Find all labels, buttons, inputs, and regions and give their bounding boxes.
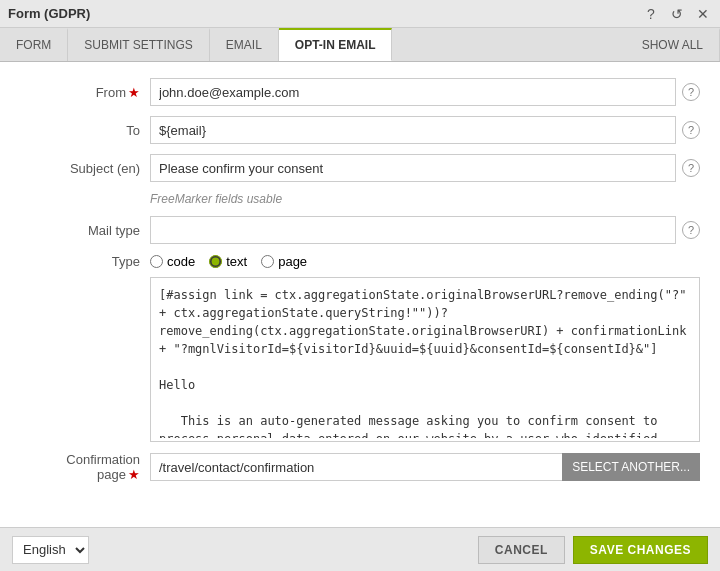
type-option-code[interactable]: code bbox=[150, 254, 195, 269]
mail-type-label: Mail type bbox=[20, 223, 150, 238]
main-content: From★ ? To ? Subject (en) ? FreeMarker f… bbox=[0, 62, 720, 527]
confirmation-page-input[interactable] bbox=[150, 453, 562, 481]
confirmation-page-label: Confirmation page★ bbox=[20, 452, 150, 482]
tab-submit-settings[interactable]: SUBMIT SETTINGS bbox=[68, 28, 209, 61]
subject-help-icon[interactable]: ? bbox=[682, 159, 700, 177]
footer-left: English bbox=[12, 536, 89, 564]
type-label-page: page bbox=[278, 254, 307, 269]
mail-type-row: Mail type ? bbox=[20, 216, 700, 244]
from-row: From★ ? bbox=[20, 78, 700, 106]
dialog-title: Form (GDPR) bbox=[8, 6, 90, 21]
mail-type-help-icon[interactable]: ? bbox=[682, 221, 700, 239]
tab-bar: FORM SUBMIT SETTINGS EMAIL OPT-IN EMAIL … bbox=[0, 28, 720, 62]
subject-input-wrap: ? bbox=[150, 154, 700, 182]
type-row: Type code text page bbox=[20, 254, 700, 269]
conf-required: ★ bbox=[128, 467, 140, 482]
title-bar: Form (GDPR) ? ↺ ✕ bbox=[0, 0, 720, 28]
type-option-text[interactable]: text bbox=[209, 254, 247, 269]
freemarker-label: FreeMarker fields usable bbox=[150, 192, 282, 206]
select-another-button[interactable]: SELECT ANOTHER... bbox=[562, 453, 700, 481]
from-label: From★ bbox=[20, 85, 150, 100]
type-radio-text[interactable] bbox=[209, 255, 222, 268]
from-required: ★ bbox=[128, 85, 140, 100]
confirmation-page-row: Confirmation page★ SELECT ANOTHER... bbox=[20, 452, 700, 482]
tab-show-all[interactable]: SHOW ALL bbox=[626, 28, 720, 61]
from-help-icon[interactable]: ? bbox=[682, 83, 700, 101]
to-row: To ? bbox=[20, 116, 700, 144]
footer: English CANCEL SAVE CHANGES bbox=[0, 527, 720, 571]
type-radio-page[interactable] bbox=[261, 255, 274, 268]
tab-spacer bbox=[392, 28, 625, 61]
from-input[interactable] bbox=[150, 78, 676, 106]
refresh-icon[interactable]: ↺ bbox=[668, 5, 686, 23]
type-radio-group: code text page bbox=[150, 254, 307, 269]
title-bar-icons: ? ↺ ✕ bbox=[642, 5, 712, 23]
subject-input[interactable] bbox=[150, 154, 676, 182]
to-input[interactable] bbox=[150, 116, 676, 144]
title-bar-left: Form (GDPR) bbox=[8, 6, 90, 21]
freemarker-info-row: FreeMarker fields usable bbox=[20, 192, 700, 206]
mail-type-input[interactable] bbox=[150, 216, 676, 244]
help-icon[interactable]: ? bbox=[642, 5, 660, 23]
cancel-button[interactable]: CANCEL bbox=[478, 536, 565, 564]
type-label-text: text bbox=[226, 254, 247, 269]
type-label-code: code bbox=[167, 254, 195, 269]
type-option-page[interactable]: page bbox=[261, 254, 307, 269]
content-textarea-wrap: [#assign link = ctx.aggregationState.ori… bbox=[150, 277, 700, 442]
from-input-wrap: ? bbox=[150, 78, 700, 106]
close-icon[interactable]: ✕ bbox=[694, 5, 712, 23]
language-select[interactable]: English bbox=[12, 536, 89, 564]
confirmation-page-input-wrap: SELECT ANOTHER... bbox=[150, 453, 700, 481]
to-label: To bbox=[20, 123, 150, 138]
save-button[interactable]: SAVE CHANGES bbox=[573, 536, 708, 564]
mail-type-input-wrap: ? bbox=[150, 216, 700, 244]
to-input-wrap: ? bbox=[150, 116, 700, 144]
type-radio-code[interactable] bbox=[150, 255, 163, 268]
subject-row: Subject (en) ? bbox=[20, 154, 700, 182]
to-help-icon[interactable]: ? bbox=[682, 121, 700, 139]
footer-right: CANCEL SAVE CHANGES bbox=[478, 536, 708, 564]
type-label: Type bbox=[20, 254, 150, 269]
subject-label: Subject (en) bbox=[20, 161, 150, 176]
tab-opt-in-email[interactable]: OPT-IN EMAIL bbox=[279, 28, 393, 61]
content-textarea[interactable]: [#assign link = ctx.aggregationState.ori… bbox=[151, 278, 699, 438]
tab-form[interactable]: FORM bbox=[0, 28, 68, 61]
tab-email[interactable]: EMAIL bbox=[210, 28, 279, 61]
